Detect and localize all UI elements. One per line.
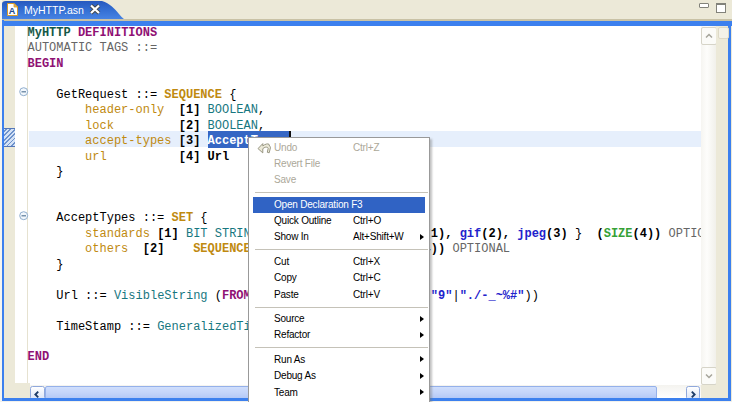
svg-text:A: A: [9, 6, 16, 16]
